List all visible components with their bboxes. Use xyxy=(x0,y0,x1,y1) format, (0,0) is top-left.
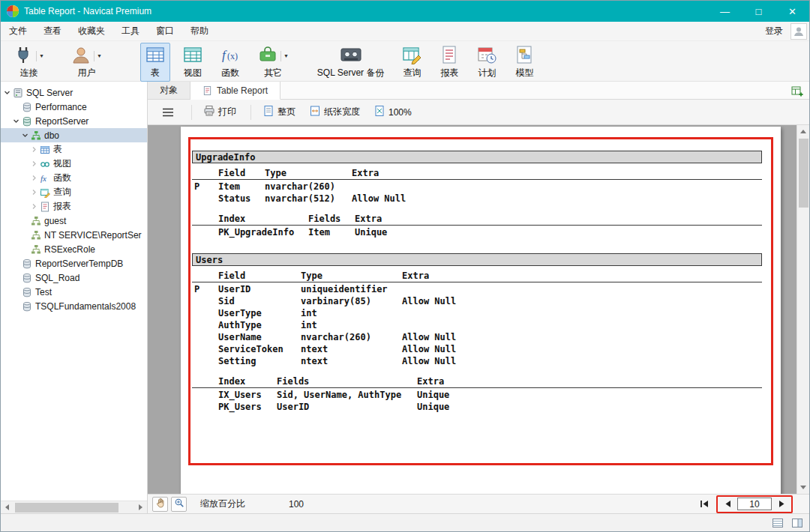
menu-file[interactable]: 文件 xyxy=(1,22,35,41)
report-preview-area[interactable]: UpgradeInfo Field Type Extra xyxy=(148,125,809,494)
user-dropdown-arrow[interactable]: ▼ xyxy=(94,51,102,61)
table-name-bar: Users xyxy=(192,253,762,266)
database-icon xyxy=(21,287,33,297)
navicat-logo-icon xyxy=(6,4,20,18)
views-folder-icon xyxy=(39,159,51,169)
print-button[interactable]: 打印 xyxy=(198,102,242,122)
collapse-arrow-icon[interactable] xyxy=(29,160,39,167)
tree-item-sql-server[interactable]: SQL Server xyxy=(1,85,147,100)
collapse-arrow-icon[interactable] xyxy=(29,203,39,210)
tab-table-report[interactable]: Table Report xyxy=(190,82,280,100)
view-icon xyxy=(183,45,202,67)
close-button[interactable]: ✕ xyxy=(776,1,809,22)
tree-item-guest[interactable]: guest xyxy=(1,214,147,228)
expand-arrow-icon[interactable] xyxy=(20,132,30,139)
scroll-down-button[interactable] xyxy=(797,481,809,494)
model-icon xyxy=(514,45,534,67)
scroll-right-button[interactable] xyxy=(134,501,147,514)
query-icon xyxy=(402,45,422,67)
table-button[interactable]: 表 xyxy=(140,43,170,82)
tree-item-tsqlfundamentals2008[interactable]: TSQLFundamentals2008 xyxy=(1,299,147,313)
vertical-scrollbar-thumb[interactable] xyxy=(799,139,808,208)
user-icon xyxy=(71,45,91,67)
menu-view[interactable]: 查看 xyxy=(35,22,70,41)
connection-button[interactable]: ▼ 连接 xyxy=(8,43,50,82)
index-header-row: Index Fields Extra xyxy=(192,376,762,388)
tree-item-tables[interactable]: 表 xyxy=(1,142,147,157)
whole-page-icon xyxy=(262,105,278,119)
login-button[interactable]: 登录 xyxy=(758,25,790,37)
report-button[interactable]: 报表 xyxy=(434,43,464,82)
scroll-left-button[interactable] xyxy=(1,501,14,514)
whole-page-button[interactable]: 整页 xyxy=(257,102,301,122)
database-icon xyxy=(21,116,33,127)
other-dropdown-arrow[interactable]: ▼ xyxy=(280,51,289,61)
collapse-arrow-icon[interactable] xyxy=(29,146,39,153)
field-row: P UserID uniqueidentifier xyxy=(192,284,762,296)
connection-dropdown-arrow[interactable]: ▼ xyxy=(36,51,44,61)
table-name-bar: UpgradeInfo xyxy=(192,151,762,163)
minimize-button[interactable]: — xyxy=(708,1,742,22)
menu-tools[interactable]: 工具 xyxy=(113,22,148,41)
schedule-button[interactable]: 计划 xyxy=(472,43,502,82)
tree-item-reports[interactable]: 报表 xyxy=(1,199,147,214)
paper-width-button[interactable]: 纸张宽度 xyxy=(304,102,365,122)
tree-item-performance[interactable]: Performance xyxy=(1,100,147,114)
expand-arrow-icon[interactable] xyxy=(2,89,12,96)
tree-item-nt-service[interactable]: NT SERVICE\ReportSer xyxy=(1,228,147,242)
index-row: IX_Users Sid, UserName, AuthType Unique xyxy=(192,390,762,402)
query-button[interactable]: 查询 xyxy=(397,43,427,82)
tree-item-queries[interactable]: 查询 xyxy=(1,185,147,199)
tree-item-functions[interactable]: fx 函数 xyxy=(1,171,147,185)
preview-vertical-scrollbar[interactable] xyxy=(796,125,809,494)
collapse-arrow-icon[interactable] xyxy=(29,175,39,181)
first-page-button[interactable] xyxy=(697,498,712,511)
tab-objects[interactable]: 对象 xyxy=(148,82,190,99)
queries-folder-icon xyxy=(39,187,51,198)
report-toolbar: 打印 整页 纸张宽度 100% xyxy=(148,100,809,125)
function-button[interactable]: f(x) 函数 xyxy=(215,43,245,82)
collapse-arrow-icon[interactable] xyxy=(29,189,39,196)
tabbar: 对象 Table Report xyxy=(148,82,809,100)
table-icon xyxy=(146,45,165,67)
user-avatar-icon[interactable] xyxy=(790,23,807,40)
menu-window[interactable]: 窗口 xyxy=(148,22,182,41)
page-number-input[interactable]: 10 xyxy=(737,498,772,510)
backup-icon xyxy=(340,45,362,67)
index-row: PK_UpgradeInfo Item Unique xyxy=(192,227,762,239)
user-button[interactable]: ▼ 用户 xyxy=(66,43,107,82)
sidebar-horizontal-scrollbar[interactable] xyxy=(1,501,147,513)
schema-icon xyxy=(30,244,42,255)
report-table-users: Users Field Type Extra P xyxy=(192,253,762,414)
list-view-icon[interactable] xyxy=(770,516,785,530)
menu-favorites[interactable]: 收藏夹 xyxy=(70,22,113,41)
horizontal-scrollbar-thumb[interactable] xyxy=(15,503,118,513)
field-header-row: Field Type Extra xyxy=(192,270,762,282)
paper-width-icon xyxy=(309,105,324,119)
tree-item-views[interactable]: 视图 xyxy=(1,157,147,171)
other-button[interactable]: ▼ 其它 xyxy=(253,43,294,82)
function-icon: f(x) xyxy=(220,45,240,67)
zoom-level-button[interactable]: 100% xyxy=(368,102,417,122)
report-table-upgradeinfo: UpgradeInfo Field Type Extra xyxy=(192,151,762,239)
zoom-tool-button[interactable] xyxy=(171,497,187,512)
expand-arrow-icon[interactable] xyxy=(11,118,21,124)
view-button[interactable]: 视图 xyxy=(178,43,208,82)
preview-pane-icon[interactable] xyxy=(790,516,805,530)
scroll-up-button[interactable] xyxy=(797,125,809,138)
backup-button[interactable]: SQL Server 备份 xyxy=(312,43,390,82)
pan-tool-button[interactable] xyxy=(152,497,168,512)
maximize-button[interactable]: □ xyxy=(742,1,776,22)
model-button[interactable]: 模型 xyxy=(509,43,539,82)
report-menu-button[interactable] xyxy=(157,104,182,121)
tree-item-reportserver[interactable]: ReportServer xyxy=(1,114,147,128)
tree-item-test[interactable]: Test xyxy=(1,285,147,299)
menu-help[interactable]: 帮助 xyxy=(182,22,217,41)
previous-page-button[interactable] xyxy=(720,498,735,511)
tree-item-reportservertempdb[interactable]: ReportServerTempDB xyxy=(1,256,147,270)
tree-item-rsexecrole[interactable]: RSExecRole xyxy=(1,242,147,256)
tree-item-sql-road[interactable]: SQL_Road xyxy=(1,270,147,285)
tree-item-dbo[interactable]: dbo xyxy=(1,128,147,142)
new-object-icon[interactable] xyxy=(790,82,804,99)
next-page-button[interactable] xyxy=(774,498,789,511)
